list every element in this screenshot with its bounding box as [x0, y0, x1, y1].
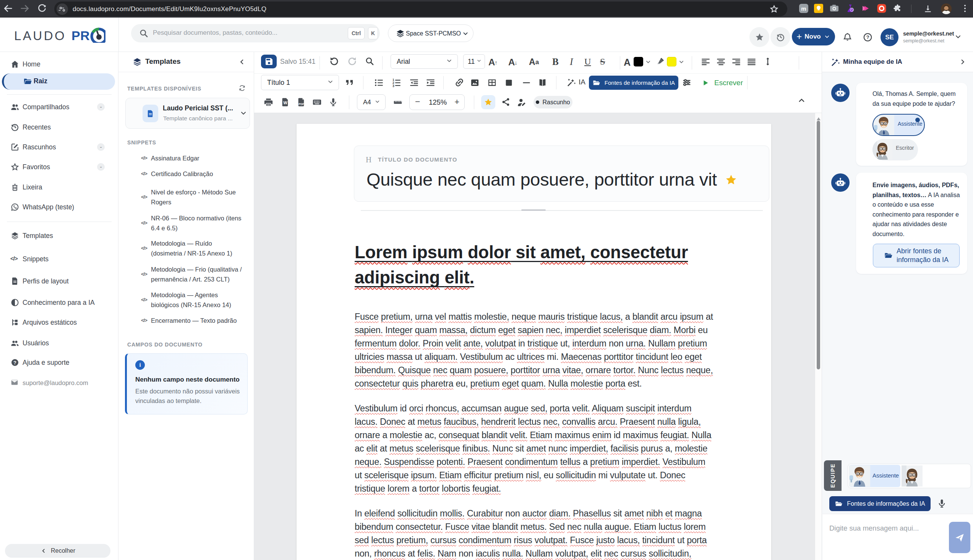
svg-text:?: ?	[866, 34, 869, 40]
svg-text:m: m	[801, 5, 806, 12]
svg-text:?: ?	[13, 360, 17, 365]
svg-text:W: W	[283, 100, 287, 105]
svg-text:3: 3	[392, 84, 394, 88]
svg-text:PDF: PDF	[299, 102, 304, 106]
